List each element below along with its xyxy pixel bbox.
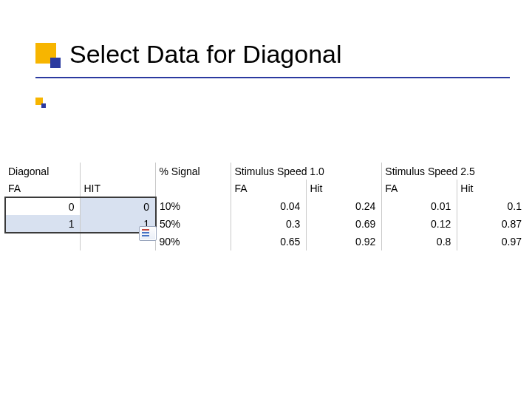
cell-fa25[interactable]: 0.01 (382, 197, 457, 215)
col-header-pct-signal: % Signal (156, 163, 231, 180)
cell-pct[interactable]: 50% (156, 215, 231, 233)
col-header-blank (81, 163, 156, 180)
table-row: 1 1 50% 0.3 0.69 0.12 0.87 (5, 215, 528, 233)
subheader-fa-10: FA (231, 180, 307, 197)
cell-fa10[interactable]: 0.65 (231, 233, 307, 250)
cell-fa10[interactable]: 0.04 (231, 197, 307, 215)
cell-hit25[interactable]: 0.1 (457, 197, 528, 215)
cell-diag-fa[interactable]: 1 (5, 215, 81, 233)
body-bullet-icon (35, 98, 43, 105)
subheader-fa: FA (5, 180, 81, 197)
subheader-fa-25: FA (382, 180, 457, 197)
subheader-hit-10: Hit (307, 180, 382, 197)
table-row: 0 0 10% 0.04 0.24 0.01 0.1 (5, 197, 528, 215)
title-bullet-icon (35, 43, 56, 64)
cell-fa25[interactable]: 0.12 (382, 215, 457, 233)
cell-diag-fa[interactable]: 0 (5, 197, 81, 215)
col-header-diagonal: Diagonal (5, 163, 81, 180)
subheader-hit-25: Hit (457, 180, 528, 197)
cell-hit10[interactable]: 0.92 (307, 233, 382, 250)
spreadsheet-snippet: Diagonal % Signal Stimulus Speed 1.0 Sti… (4, 163, 528, 250)
table-header-row: Diagonal % Signal Stimulus Speed 1.0 Sti… (5, 163, 528, 180)
table-subheader-row: FA HIT FA Hit FA Hit (5, 180, 528, 197)
cell-fa10[interactable]: 0.3 (231, 215, 307, 233)
col-header-speed-1: Stimulus Speed 1.0 (231, 163, 382, 180)
cell-diag-hit[interactable]: 0 (81, 197, 156, 215)
subheader-hit: HIT (81, 180, 156, 197)
cell-diag-fa[interactable] (5, 233, 81, 250)
subheader-blank (156, 180, 231, 197)
cell-hit25[interactable]: 0.87 (457, 215, 528, 233)
paste-options-icon[interactable] (139, 226, 157, 241)
cell-hit25[interactable]: 0.97 (457, 233, 528, 250)
cell-hit10[interactable]: 0.24 (307, 197, 382, 215)
cell-pct[interactable]: 90% (156, 233, 231, 250)
table-row: 90% 0.65 0.92 0.8 0.97 (5, 233, 528, 250)
cell-hit10[interactable]: 0.69 (307, 215, 382, 233)
col-header-speed-25: Stimulus Speed 2.5 (382, 163, 528, 180)
cell-fa25[interactable]: 0.8 (382, 233, 457, 250)
data-table: Diagonal % Signal Stimulus Speed 1.0 Sti… (4, 163, 528, 250)
cell-pct[interactable]: 10% (156, 197, 231, 215)
title-underline (35, 77, 510, 78)
slide-title: Select Data for Diagonal (64, 41, 342, 68)
